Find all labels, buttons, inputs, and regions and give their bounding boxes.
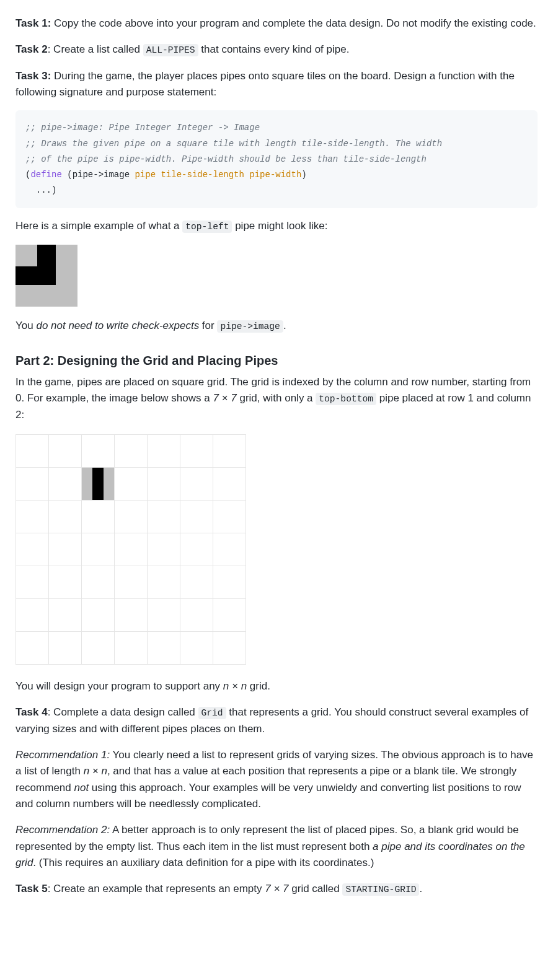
- top-bottom-pipe-cell: [82, 468, 114, 500]
- no-check-d: .: [283, 320, 286, 331]
- rec-1-label: Recommendation 1:: [15, 749, 110, 761]
- grid-table: [15, 434, 246, 665]
- rec-2-c: . (This requires an auxiliary data defin…: [33, 857, 374, 868]
- task-2-text-a: : Create a list called: [48, 43, 143, 55]
- nxn-paragraph: You will design your program to support …: [15, 678, 538, 694]
- recommendation-2-paragraph: Recommendation 2: A better approach is t…: [15, 822, 538, 871]
- task-3-paragraph: Task 3: During the game, the player plac…: [15, 68, 538, 101]
- grid-cell-row1-col2: [82, 468, 115, 501]
- code-body: ...): [25, 185, 56, 195]
- task-4-paragraph: Task 4: Complete a data design called Gr…: [15, 704, 538, 737]
- no-check-expects-paragraph: You do not need to write check-expects f…: [15, 318, 538, 334]
- task-3-text: During the game, the player places pipes…: [15, 70, 515, 98]
- no-check-b: do not need to write check-expects: [36, 320, 199, 331]
- rec-2-label: Recommendation 2:: [15, 824, 110, 836]
- example-intro-a: Here is a simple example of what a: [15, 220, 182, 232]
- pipe-image-code: pipe->image: [217, 320, 283, 333]
- task-5-c: grid called: [289, 883, 343, 895]
- task-2-paragraph: Task 2: Create a list called ALL-PIPES t…: [15, 42, 538, 58]
- task-4-label: Task 4: [15, 706, 48, 718]
- task-5-label: Task 5: [15, 883, 48, 895]
- rec-1-not: not: [74, 782, 89, 794]
- rec-1-nxn: n × n: [84, 765, 107, 777]
- pipe-gray-notch: [15, 245, 37, 266]
- task-1-text: Copy the code above into your program an…: [51, 17, 536, 29]
- code-param-2: tile-side-length: [161, 170, 244, 180]
- pipe-vertical-bar: [92, 468, 104, 500]
- grid-intro-paragraph: In the game, pipes are placed on square …: [15, 374, 538, 423]
- example-intro-paragraph: Here is a simple example of what a top-l…: [15, 218, 538, 234]
- task-1-label: Task 1:: [15, 17, 51, 29]
- no-check-a: You: [15, 320, 36, 331]
- code-fn-head: (pipe->image: [62, 170, 135, 180]
- grid-intro-c: grid, with only a: [237, 392, 316, 404]
- grid-intro-7x7: 7 × 7: [213, 392, 236, 404]
- starting-grid-code: STARTING-GRID: [342, 883, 419, 896]
- nxn-a: You will design your program to support …: [15, 680, 223, 692]
- no-check-c: for: [199, 320, 217, 331]
- nxn-math: n × n: [223, 680, 247, 692]
- grid-image: [15, 434, 538, 665]
- task-5-7x7: 7 × 7: [265, 883, 288, 895]
- task-5-paragraph: Task 5: Create an example that represent…: [15, 881, 538, 897]
- task-5-d: .: [419, 883, 422, 895]
- top-left-code: top-left: [182, 221, 232, 233]
- rec-1-e: using this approach. Your examples will …: [15, 782, 521, 810]
- code-comment-3: ;; of the pipe is pipe-width. Pipe-width…: [25, 154, 427, 164]
- code-param-1: pipe: [135, 170, 156, 180]
- code-comment-1: ;; pipe->image: Pipe Integer Integer -> …: [25, 123, 260, 133]
- code-comment-2: ;; Draws the given pipe on a square tile…: [25, 139, 442, 149]
- top-left-pipe-image: [15, 245, 77, 307]
- task-2-label: Task 2: [15, 43, 48, 55]
- task-5-a: : Create an example that represents an e…: [48, 883, 265, 895]
- task-4-a: : Complete a data design called: [48, 706, 198, 718]
- all-pipes-code: ALL-PIPES: [143, 44, 198, 56]
- task-1-paragraph: Task 1: Copy the code above into your pr…: [15, 15, 538, 32]
- nxn-c: grid.: [247, 680, 270, 692]
- code-block-pipe-image: ;; pipe->image: Pipe Integer Integer -> …: [15, 110, 538, 208]
- part-2-heading: Part 2: Designing the Grid and Placing P…: [15, 351, 538, 370]
- recommendation-1-paragraph: Recommendation 1: You clearly need a lis…: [15, 747, 538, 812]
- code-param-3: pipe-width: [249, 170, 301, 180]
- top-bottom-code: top-bottom: [316, 393, 376, 405]
- code-define: define: [30, 170, 61, 180]
- grid-code: Grid: [198, 707, 226, 719]
- example-intro-b: pipe might look like:: [232, 220, 327, 232]
- task-2-text-b: that contains every kind of pipe.: [198, 43, 350, 55]
- code-close-head: ): [301, 170, 306, 180]
- task-3-label: Task 3:: [15, 70, 51, 82]
